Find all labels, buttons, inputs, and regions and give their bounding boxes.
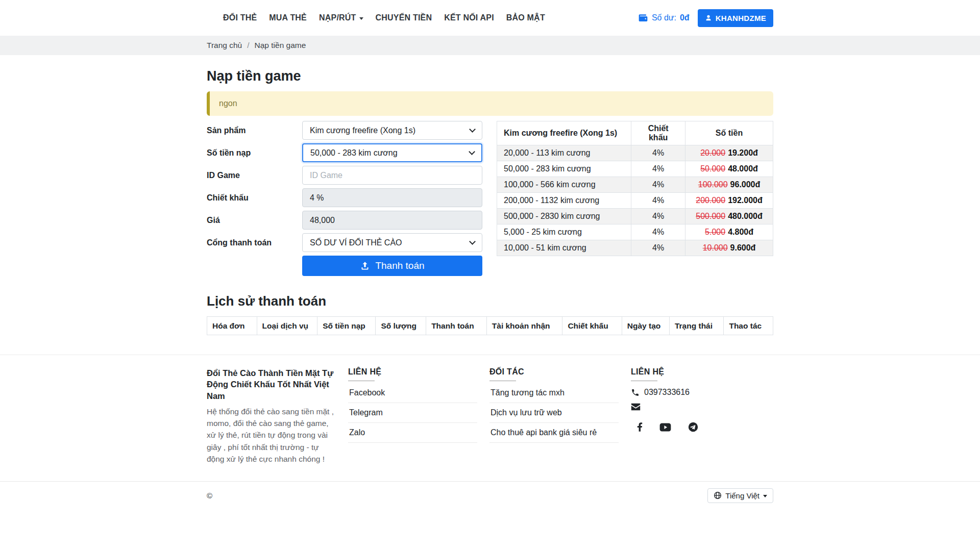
- row-price: 200.000192.000đ: [685, 193, 773, 209]
- history-header-account: Tài khoản nhận: [486, 317, 562, 335]
- new-price: 19.200đ: [728, 148, 758, 157]
- discount-input: [302, 188, 482, 207]
- history-header-service: Loại dịch vụ: [257, 317, 317, 335]
- gateway-label: Cổng thanh toán: [207, 238, 302, 247]
- bottom-bar: © Tiếng Việt: [0, 482, 980, 509]
- chevron-down-icon: [469, 238, 476, 245]
- old-price: 100.000: [698, 180, 728, 189]
- history-header-amount: Số tiền nạp: [317, 317, 376, 335]
- row-price: 100.00096.000đ: [685, 177, 773, 193]
- new-price: 480.000đ: [728, 212, 763, 220]
- new-price: 48.000đ: [728, 164, 758, 173]
- new-price: 192.000đ: [728, 196, 763, 205]
- notice-alert: ngon: [207, 91, 773, 116]
- footer-about-title: Đổi Thẻ Cào Thành Tiền Mặt Tự Động Chiết…: [207, 367, 336, 402]
- row-discount: 4%: [631, 177, 685, 193]
- footer-link-mxh[interactable]: Tăng tương tác mxh: [489, 383, 619, 403]
- row-discount: 4%: [631, 240, 685, 256]
- nav-item-chuyen-tien[interactable]: CHUYỂN TIỀN: [376, 13, 432, 22]
- row-name: 500,000 - 2830 kim cương: [497, 209, 631, 224]
- language-label: Tiếng Việt: [725, 491, 760, 500]
- heading-underline: [348, 381, 375, 381]
- chevron-down-icon: [763, 495, 767, 497]
- product-label: Sản phẩm: [207, 126, 302, 135]
- phone-icon: [631, 388, 640, 397]
- nav-item-nap-rut-label: NẠP/RÚT: [319, 13, 356, 22]
- nav-item-mua-the[interactable]: MUA THẺ: [269, 13, 307, 22]
- old-price: 50.000: [700, 164, 725, 173]
- table-row: 200,000 - 1132 kim cương 4% 200.000192.0…: [497, 193, 773, 209]
- breadcrumb-current: Nạp tiền game: [255, 41, 306, 50]
- top-navbar: ĐỔI THẺ MUA THẺ NẠP/RÚT CHUYỂN TIỀN KẾT …: [0, 0, 980, 36]
- email-icon[interactable]: [631, 403, 641, 411]
- user-account-button[interactable]: KHANHDZME: [698, 9, 773, 27]
- page-title: Nạp tiền game: [207, 68, 773, 84]
- old-price: 10.000: [703, 243, 728, 252]
- youtube-icon[interactable]: [659, 423, 671, 432]
- footer-partners: ĐỐI TÁC Tăng tương tác mxh Dịch vụ lưu t…: [489, 367, 631, 465]
- language-selector[interactable]: Tiếng Việt: [707, 488, 773, 503]
- footer-link-zalo[interactable]: Zalo: [348, 423, 477, 443]
- history-title: Lịch sử thanh toán: [207, 293, 773, 309]
- new-price: 4.800đ: [728, 228, 753, 236]
- pay-button[interactable]: Thanh toán: [302, 256, 482, 276]
- footer-contact-info: LIÊN HỆ 0397333616: [631, 367, 772, 465]
- heading-underline: [489, 381, 516, 381]
- row-name: 100,000 - 566 kim cương: [497, 177, 631, 193]
- breadcrumb-home-link[interactable]: Trang chủ: [207, 41, 242, 50]
- id-game-input[interactable]: [302, 166, 482, 185]
- row-discount: 4%: [631, 145, 685, 161]
- nav-item-doi-the[interactable]: ĐỔI THẺ: [223, 13, 257, 22]
- globe-icon: [714, 491, 722, 499]
- row-price: 20.00019.200đ: [685, 145, 773, 161]
- product-select[interactable]: Kim cương freefire (Xong 1s): [302, 121, 482, 140]
- footer: Đổi Thẻ Cào Thành Tiền Mặt Tự Động Chiết…: [0, 355, 980, 478]
- history-header-quantity: Số lượng: [376, 317, 426, 335]
- table-row: 5,000 - 25 kim cương 4% 5.0004.800đ: [497, 224, 773, 240]
- amount-select[interactable]: 50,000 - 283 kim cương: [302, 143, 482, 162]
- nav-item-nap-rut[interactable]: NẠP/RÚT: [319, 13, 363, 22]
- old-price: 5.000: [705, 228, 725, 236]
- row-name: 5,000 - 25 kim cương: [497, 224, 631, 240]
- chevron-down-icon: [359, 17, 363, 20]
- discount-label: Chiết khấu: [207, 193, 302, 203]
- footer-link-api-bank[interactable]: Cho thuê api bank giá siêu rẻ: [489, 423, 619, 443]
- price-table-header-amount: Số tiền: [685, 121, 773, 145]
- breadcrumb-bar: Trang chủ / Nạp tiền game: [0, 36, 980, 55]
- nav-item-bao-mat[interactable]: BẢO MẬT: [506, 13, 545, 22]
- history-header-action: Thao tác: [724, 317, 773, 335]
- gateway-select[interactable]: SỐ DƯ VÍ ĐỔI THẺ CÀO: [302, 233, 482, 252]
- footer-link-facebook[interactable]: Facebook: [348, 383, 477, 403]
- history-header-date: Ngày tạo: [622, 317, 669, 335]
- nav-item-ket-noi-api[interactable]: KẾT NỐI API: [444, 13, 494, 22]
- row-price: 10.0009.600đ: [685, 240, 773, 256]
- price-input: [302, 211, 482, 230]
- history-table: Hóa đơn Loại dịch vụ Số tiền nạp Số lượn…: [207, 316, 773, 335]
- table-row: 500,000 - 2830 kim cương 4% 500.000480.0…: [497, 209, 773, 224]
- footer-link-hosting[interactable]: Dịch vụ lưu trữ web: [489, 403, 619, 423]
- upload-icon: [360, 261, 370, 271]
- price-table-header-product: Kim cương freefire (Xong 1s): [497, 121, 631, 145]
- copyright: ©: [207, 491, 212, 500]
- table-row: 10,000 - 51 kim cương 4% 10.0009.600đ: [497, 240, 773, 256]
- telegram-icon[interactable]: [688, 422, 698, 432]
- row-discount: 4%: [631, 224, 685, 240]
- chevron-down-icon: [469, 148, 475, 155]
- row-price: 50.00048.000đ: [685, 161, 773, 177]
- old-price: 200.000: [696, 196, 725, 205]
- topup-form: Sản phẩm Kim cương freefire (Xong 1s) Số…: [207, 121, 482, 276]
- wallet-balance[interactable]: Số dư: 0đ: [638, 13, 690, 23]
- product-select-value: Kim cương freefire (Xong 1s): [310, 126, 415, 135]
- phone-number[interactable]: 0397333616: [644, 388, 690, 397]
- pay-button-label: Thanh toán: [375, 260, 424, 271]
- gateway-select-value: SỐ DƯ VÍ ĐỔI THẺ CÀO: [310, 238, 402, 247]
- new-price: 96.000đ: [730, 180, 761, 189]
- wallet-icon: [638, 13, 648, 23]
- facebook-icon[interactable]: [637, 422, 643, 432]
- row-name: 20,000 - 113 kim cương: [497, 145, 631, 161]
- row-discount: 4%: [631, 209, 685, 224]
- row-name: 200,000 - 1132 kim cương: [497, 193, 631, 209]
- footer-link-telegram[interactable]: Telegram: [348, 403, 477, 423]
- row-price: 500.000480.000đ: [685, 209, 773, 224]
- main-nav: ĐỔI THẺ MUA THẺ NẠP/RÚT CHUYỂN TIỀN KẾT …: [207, 13, 545, 22]
